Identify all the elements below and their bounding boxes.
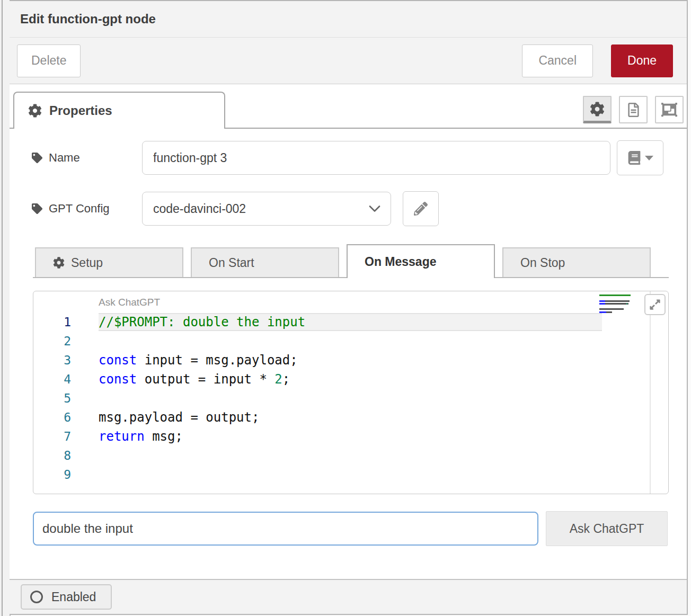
tab-on-message[interactable]: On Message (347, 244, 495, 278)
minimap-line (599, 308, 650, 310)
edit-node-dialog: Edit function-gpt node Delete Cancel Don… (10, 0, 688, 615)
name-input[interactable] (142, 141, 610, 175)
line-number: 2 (33, 334, 71, 348)
minimap-line (599, 300, 650, 302)
code-line-4[interactable]: 4const output = input * 2; (33, 370, 668, 389)
dialog-footer: Enabled (10, 579, 687, 614)
prompt-row: Ask ChatGPT (33, 511, 687, 546)
tag-icon (32, 203, 42, 214)
code-text: const output = input * 2; (71, 372, 290, 387)
cancel-button[interactable]: Cancel (522, 44, 593, 77)
dialog-button-bar: Delete Cancel Done (10, 38, 687, 84)
dialog-title: Edit function-gpt node (20, 12, 156, 26)
tag-icon (32, 153, 42, 163)
gear-icon (53, 257, 65, 269)
minimap-line (599, 311, 650, 313)
tab-on-stop[interactable]: On Stop (502, 247, 651, 277)
tab-on-start[interactable]: On Start (191, 247, 339, 277)
line-number: 6 (33, 410, 71, 424)
code-lines: 1//$PROMPT: double the input23const inpu… (33, 313, 668, 484)
tab-setup[interactable]: Setup (35, 247, 183, 277)
prompt-input[interactable] (33, 512, 538, 546)
code-text: msg.payload = output; (71, 410, 259, 425)
name-label-text: Name (49, 151, 80, 165)
gear-icon (590, 102, 605, 117)
code-line-5[interactable]: 5 (33, 389, 668, 408)
book-icon (627, 151, 641, 165)
tab-properties[interactable]: Properties (13, 92, 225, 129)
code-line-3[interactable]: 3const input = msg.payload; (33, 351, 668, 370)
line-number: 7 (33, 430, 71, 443)
code-line-9[interactable]: 9 (33, 465, 668, 484)
dialog-content: Name GPT Config code-davinci-002 Setup (10, 129, 687, 579)
name-type-button[interactable] (617, 140, 663, 175)
properties-tab-label: Properties (49, 103, 112, 118)
line-number: 4 (33, 372, 71, 386)
name-label: Name (32, 151, 142, 165)
code-line-1[interactable]: 1//$PROMPT: double the input (33, 313, 668, 332)
properties-tab-row: Properties (10, 84, 687, 129)
line-number: 5 (33, 391, 71, 405)
codelens-ask-chatgpt[interactable]: Ask ChatGPT (99, 297, 160, 308)
minimap[interactable] (599, 294, 650, 314)
tab-label: On Start (209, 256, 254, 270)
gear-icon (28, 104, 42, 118)
group-icon (661, 102, 677, 118)
code-line-7[interactable]: 7return msg; (33, 427, 668, 446)
caret-down-icon (645, 156, 653, 160)
editor-view-buttons (583, 96, 684, 123)
gpt-config-selected-value: code-davinci-002 (153, 202, 368, 216)
circle-icon (30, 591, 43, 603)
line-number: 9 (33, 468, 71, 481)
ask-chatgpt-button[interactable]: Ask ChatGPT (546, 511, 668, 546)
name-form-row: Name (32, 140, 687, 175)
code-text: //$PROMPT: double the input (71, 315, 305, 329)
node-appearance-button[interactable] (655, 96, 684, 123)
line-number: 1 (33, 315, 71, 329)
enabled-label: Enabled (51, 590, 96, 604)
minimap-line (599, 303, 650, 305)
code-text: const input = msg.payload; (71, 353, 298, 368)
doc-icon (626, 103, 641, 117)
node-description-button[interactable] (619, 96, 648, 123)
pencil-icon (414, 202, 428, 216)
tab-label: Setup (71, 256, 103, 270)
done-button[interactable]: Done (611, 44, 673, 77)
code-line-6[interactable]: 6msg.payload = output; (33, 408, 668, 427)
tab-label: On Stop (520, 256, 565, 270)
chevron-down-icon (368, 202, 381, 215)
line-number: 8 (33, 449, 71, 462)
code-text: return msg; (71, 429, 183, 444)
gpt-config-select[interactable]: code-davinci-002 (142, 192, 391, 226)
gpt-config-label: GPT Config (32, 202, 142, 216)
line-number: 3 (33, 353, 71, 367)
dialog-header: Edit function-gpt node (10, 1, 687, 38)
expand-editor-button[interactable] (644, 294, 666, 315)
gpt-config-form-row: GPT Config code-davinci-002 (32, 191, 687, 226)
code-line-2[interactable]: 2 (33, 332, 668, 351)
workspace-edge-line (2, 0, 3, 616)
expand-icon (649, 299, 661, 310)
workspace-edge (0, 0, 11, 616)
minimap-line (599, 306, 650, 307)
code-line-8[interactable]: 8 (33, 446, 668, 465)
enabled-toggle-button[interactable]: Enabled (21, 584, 112, 610)
function-tabs: SetupOn StartOn MessageOn Stop (33, 244, 669, 278)
gpt-config-label-text: GPT Config (49, 202, 110, 216)
editor-overview-ruler (650, 291, 651, 494)
tab-label: On Message (365, 255, 437, 269)
node-properties-button[interactable] (583, 96, 612, 123)
edit-gpt-config-button[interactable] (403, 191, 439, 226)
minimap-line (599, 294, 650, 296)
minimap-line (599, 297, 650, 299)
delete-button[interactable]: Delete (17, 44, 81, 77)
code-editor[interactable]: Ask ChatGPT 1//$PROMPT: double the input… (33, 291, 669, 494)
